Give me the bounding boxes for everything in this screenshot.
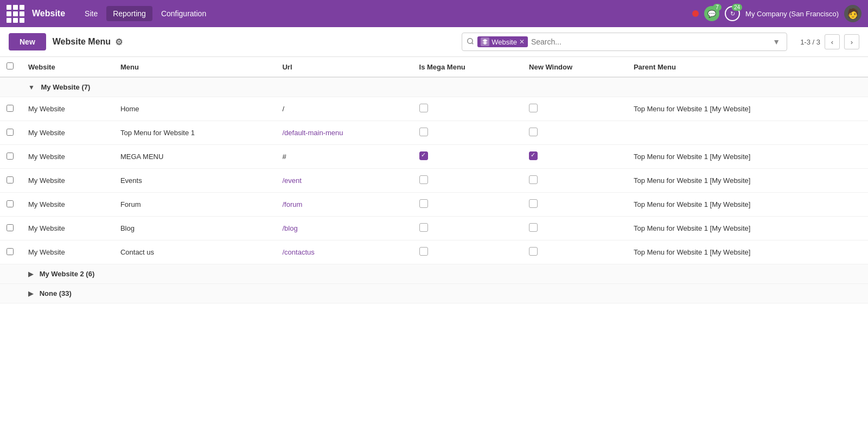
company-name[interactable]: My Company (San Francisco) (745, 10, 839, 18)
col-url: Url (276, 57, 412, 77)
mega-menu-checkbox[interactable] (419, 151, 428, 160)
new-window-checkbox[interactable] (529, 199, 538, 208)
user-avatar[interactable]: 🧑 (844, 5, 861, 22)
cell-menu: Home (114, 97, 276, 121)
website-menu-table: Website Menu Url Is Mega Menu New Window… (0, 57, 868, 303)
cell-url: / (276, 97, 412, 121)
cell-website: My Website (22, 193, 114, 217)
mega-menu-checkbox[interactable] (419, 199, 428, 208)
data-table-container: Website Menu Url Is Mega Menu New Window… (0, 57, 868, 303)
mega-menu-checkbox[interactable] (419, 175, 428, 184)
row-checkbox[interactable] (7, 200, 14, 207)
messages-count: 7 (713, 4, 722, 11)
pagination-prev-button[interactable]: ‹ (825, 34, 840, 49)
remove-filter-button[interactable]: ✕ (519, 38, 525, 46)
cell-url: /blog (276, 217, 412, 240)
cell-is-mega (413, 145, 523, 169)
cell-new-window (522, 145, 627, 169)
new-window-checkbox[interactable] (529, 151, 538, 160)
cell-new-window (522, 169, 627, 193)
group-toggle-icon[interactable]: ▶ (28, 270, 33, 278)
cell-url: # (276, 145, 412, 169)
brand-label[interactable]: Website (32, 9, 65, 18)
cell-new-window (522, 217, 627, 240)
new-window-checkbox[interactable] (529, 223, 538, 232)
group-label: My Website (7) (41, 83, 91, 91)
row-checkbox[interactable] (7, 105, 14, 112)
row-checkbox-cell (0, 217, 22, 240)
cell-is-mega (413, 169, 523, 193)
top-menu: Site Reporting Configuration (78, 6, 692, 21)
group-row: ▶ My Website 2 (6) (0, 264, 868, 284)
col-parent-menu: Parent Menu (627, 57, 868, 77)
page-title: Website Menu ⚙ (53, 37, 123, 47)
search-input[interactable] (531, 37, 767, 46)
table-row: My Website Blog /blog Top Menu for Websi… (0, 217, 868, 240)
topnav-right-section: 💬 7 ↻ 24 My Company (San Francisco) 🧑 (692, 5, 861, 22)
pagination-next-button[interactable]: › (844, 34, 859, 49)
col-website: Website (22, 57, 114, 77)
mega-menu-checkbox[interactable] (419, 128, 428, 136)
svg-line-1 (472, 42, 474, 44)
table-row: My Website Home / Top Menu for Website 1… (0, 97, 868, 121)
table-row: My Website Contact us /contactus Top Men… (0, 240, 868, 264)
row-checkbox-cell (0, 97, 22, 121)
group-toggle-icon[interactable]: ▼ (28, 84, 35, 91)
new-window-checkbox[interactable] (529, 247, 538, 256)
row-checkbox[interactable] (7, 153, 14, 160)
group-toggle-icon[interactable]: ▶ (28, 290, 33, 297)
row-checkbox-cell (0, 121, 22, 145)
cell-website: My Website (22, 217, 114, 240)
search-bar: Website ✕ ▼ (462, 33, 787, 51)
row-checkbox[interactable] (7, 176, 14, 183)
row-checkbox[interactable] (7, 248, 14, 255)
apps-grid-icon[interactable] (7, 5, 24, 23)
cell-website: My Website (22, 240, 114, 264)
cell-menu: Contact us (114, 240, 276, 264)
mega-menu-checkbox[interactable] (419, 104, 428, 112)
messages-icon[interactable]: 💬 7 (704, 6, 719, 21)
cell-is-mega (413, 193, 523, 217)
row-checkbox-cell (0, 169, 22, 193)
mega-menu-checkbox[interactable] (419, 247, 428, 256)
new-button[interactable]: New (9, 33, 46, 50)
mega-menu-checkbox[interactable] (419, 223, 428, 232)
search-icon (467, 37, 474, 47)
row-checkbox-cell (0, 240, 22, 264)
row-checkbox-cell (0, 145, 22, 169)
search-filter-tag: Website ✕ (477, 36, 528, 47)
table-row: My Website MEGA MENU # Top Menu for Webs… (0, 145, 868, 169)
group-label: My Website 2 (6) (40, 270, 95, 278)
cell-is-mega (413, 240, 523, 264)
updates-icon[interactable]: ↻ 24 (725, 6, 740, 21)
pagination: 1-3 / 3 ‹ › (800, 34, 859, 49)
nav-reporting[interactable]: Reporting (106, 6, 152, 21)
new-window-checkbox[interactable] (529, 128, 538, 136)
cell-parent-menu (627, 121, 868, 145)
cell-parent-menu: Top Menu for Website 1 [My Website] (627, 97, 868, 121)
cell-menu: Forum (114, 193, 276, 217)
new-window-checkbox[interactable] (529, 104, 538, 112)
select-all-checkbox[interactable] (7, 62, 14, 69)
cell-is-mega (413, 97, 523, 121)
row-checkbox[interactable] (7, 129, 14, 136)
cell-url: /forum (276, 193, 412, 217)
cell-website: My Website (22, 169, 114, 193)
nav-configuration[interactable]: Configuration (155, 6, 213, 21)
cell-is-mega (413, 121, 523, 145)
table-row: My Website Events /event Top Menu for We… (0, 169, 868, 193)
col-is-mega-menu: Is Mega Menu (413, 57, 523, 77)
cell-menu: Blog (114, 217, 276, 240)
tag-filter-icon (481, 37, 489, 46)
top-navigation: Website Site Reporting Configuration 💬 7… (0, 0, 868, 27)
status-indicator (692, 10, 699, 17)
nav-site[interactable]: Site (78, 6, 104, 21)
group-row: ▶ None (33) (0, 284, 868, 303)
cell-url: /event (276, 169, 412, 193)
new-window-checkbox[interactable] (529, 175, 538, 184)
cell-parent-menu: Top Menu for Website 1 [My Website] (627, 169, 868, 193)
settings-icon[interactable]: ⚙ (115, 37, 123, 47)
cell-website: My Website (22, 121, 114, 145)
search-dropdown-icon[interactable]: ▼ (770, 35, 782, 48)
row-checkbox[interactable] (7, 224, 14, 231)
